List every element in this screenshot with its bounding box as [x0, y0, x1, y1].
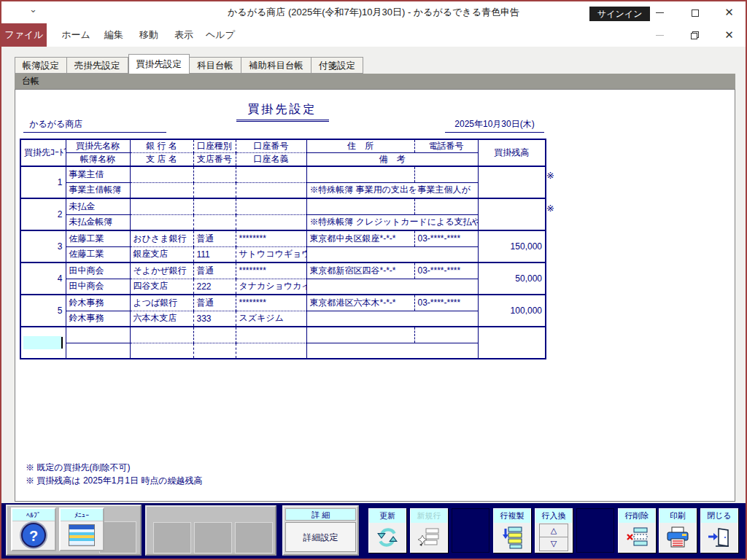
- cell-holder[interactable]: サトウコウギョウ: [236, 246, 306, 262]
- down-arrow-icon[interactable]: ▽: [539, 537, 568, 551]
- cell-name[interactable]: [66, 327, 130, 343]
- delete-row-button[interactable]: 行削除: [618, 508, 656, 553]
- cell-name[interactable]: 未払金: [66, 198, 130, 214]
- tab-account-ledger[interactable]: 科目台帳: [190, 57, 241, 74]
- cell-bank[interactable]: [130, 198, 193, 214]
- cell-code[interactable]: 5: [20, 295, 66, 327]
- cell-name[interactable]: 鈴木事務: [66, 295, 130, 311]
- cell-code[interactable]: 3: [20, 230, 66, 262]
- cell-name[interactable]: 事業主借: [66, 166, 130, 182]
- cell-branch-no[interactable]: [193, 214, 236, 230]
- cell-holder[interactable]: [236, 182, 306, 198]
- cell-code[interactable]: 4: [20, 262, 66, 295]
- menu-edit[interactable]: 編集: [98, 23, 130, 47]
- new-row-code-input[interactable]: [23, 336, 61, 349]
- new-row-button[interactable]: 新規行: [410, 508, 448, 553]
- up-arrow-icon[interactable]: △: [539, 524, 568, 537]
- cell-type[interactable]: 普通: [193, 295, 236, 311]
- cell-branch[interactable]: 六本木支店: [130, 311, 193, 327]
- cell-ledger[interactable]: 佐藤工業: [66, 246, 130, 262]
- cell-account[interactable]: ********: [236, 262, 306, 279]
- cell-remark[interactable]: [306, 279, 478, 295]
- child-close-button[interactable]: ✕: [713, 23, 746, 47]
- menu-file[interactable]: ファイル: [1, 23, 47, 47]
- cell-ledger[interactable]: 事業主借帳簿: [66, 182, 130, 198]
- cell-branch[interactable]: [130, 343, 193, 359]
- menu-view[interactable]: 表示: [168, 23, 200, 47]
- cell-remark[interactable]: [306, 343, 478, 359]
- cell-ledger[interactable]: 田中商会: [66, 279, 130, 295]
- cell-remark[interactable]: ※特殊帳簿 クレジットカードによる支払や仕: [306, 214, 478, 230]
- cell-type[interactable]: 普通: [193, 230, 236, 246]
- tab-payable-settings[interactable]: 買掛先設定: [128, 54, 190, 74]
- cell-address[interactable]: 東京都中央区銀座*-*-*: [306, 230, 414, 246]
- cell-branch-no[interactable]: [193, 343, 236, 359]
- cell-address[interactable]: 東京都新宿区四谷*-*-*: [306, 262, 414, 279]
- cell-remark[interactable]: [306, 246, 478, 262]
- cell-branch[interactable]: 銀座支店: [130, 246, 193, 262]
- menu-move[interactable]: 移動: [133, 23, 165, 47]
- cell-bank[interactable]: [130, 327, 193, 343]
- cell-balance[interactable]: [478, 166, 546, 198]
- print-button[interactable]: 印刷: [659, 508, 697, 553]
- cell-address[interactable]: [306, 327, 414, 343]
- cell-address[interactable]: [306, 166, 414, 182]
- cell-type[interactable]: 普通: [193, 262, 236, 279]
- cell-holder[interactable]: スズキジム: [236, 311, 306, 327]
- cell-branch[interactable]: 四谷支店: [130, 279, 193, 295]
- tab-receivable-settings[interactable]: 売掛先設定: [67, 57, 128, 74]
- maximize-button[interactable]: [678, 1, 711, 23]
- cell-balance[interactable]: 50,000: [478, 262, 546, 295]
- cell-holder[interactable]: タナカショウカイ: [236, 279, 306, 295]
- cell-balance[interactable]: [478, 198, 546, 230]
- tab-ledger-settings[interactable]: 帳簿設定: [15, 57, 67, 74]
- cell-balance[interactable]: 100,000: [478, 295, 546, 327]
- cell-branch-no[interactable]: [193, 182, 236, 198]
- cell-bank[interactable]: [130, 166, 193, 182]
- cell-type[interactable]: [193, 198, 236, 214]
- cell-branch-no[interactable]: 333: [193, 311, 236, 327]
- cell-bank[interactable]: そよかぜ銀行: [130, 262, 193, 279]
- cell-phone[interactable]: 03-****-****: [414, 230, 478, 246]
- cell-bank[interactable]: よつば銀行: [130, 295, 193, 311]
- close-button[interactable]: ✕: [713, 1, 746, 23]
- cell-code[interactable]: 1: [20, 166, 66, 198]
- cell-branch[interactable]: [130, 182, 193, 198]
- update-button[interactable]: 更新: [368, 508, 406, 553]
- cell-phone[interactable]: 03-****-****: [414, 262, 478, 279]
- signin-button[interactable]: サインイン: [589, 7, 650, 21]
- minimize-button[interactable]: [643, 1, 676, 23]
- close-screen-button[interactable]: 閉じる: [700, 508, 738, 553]
- duplicate-row-button[interactable]: 行複製: [493, 508, 531, 553]
- cell-type[interactable]: [193, 327, 236, 343]
- cell-code[interactable]: 2: [20, 198, 66, 230]
- cell-account[interactable]: ********: [236, 295, 306, 311]
- tab-sub-account-ledger[interactable]: 補助科目台帳: [241, 57, 311, 74]
- cell-branch[interactable]: [130, 214, 193, 230]
- cell-account[interactable]: ********: [236, 230, 306, 246]
- child-minimize-button[interactable]: [643, 23, 676, 47]
- cell-branch-no[interactable]: 111: [193, 246, 236, 262]
- cell-account[interactable]: [236, 327, 306, 343]
- cell-address[interactable]: 東京都港区六本木*-*-*: [306, 295, 414, 311]
- cell-phone[interactable]: [414, 327, 478, 343]
- cell-ledger[interactable]: 鈴木事務: [66, 311, 130, 327]
- cell-balance[interactable]: 150,000: [478, 230, 546, 262]
- cell-bank[interactable]: おひさま銀行: [130, 230, 193, 246]
- cell-balance[interactable]: [478, 327, 546, 359]
- cell-phone[interactable]: 03-****-****: [414, 295, 478, 311]
- cell-account[interactable]: [236, 166, 306, 182]
- cell-branch-no[interactable]: 222: [193, 279, 236, 295]
- cell-holder[interactable]: [236, 214, 306, 230]
- cell-ledger[interactable]: 未払金帳簿: [66, 214, 130, 230]
- cell-name[interactable]: 佐藤工業: [66, 230, 130, 246]
- cell-holder[interactable]: [236, 343, 306, 359]
- cell-code-new[interactable]: [20, 327, 66, 359]
- menu-help[interactable]: ヘルプ: [203, 23, 238, 47]
- cell-address[interactable]: [306, 198, 414, 214]
- cell-remark[interactable]: [306, 311, 478, 327]
- menu-button[interactable]: ﾒﾆｭｰ: [59, 508, 104, 551]
- menu-home[interactable]: ホーム: [57, 23, 95, 47]
- tab-tag-settings[interactable]: 付箋設定: [311, 57, 363, 74]
- cell-account[interactable]: [236, 198, 306, 214]
